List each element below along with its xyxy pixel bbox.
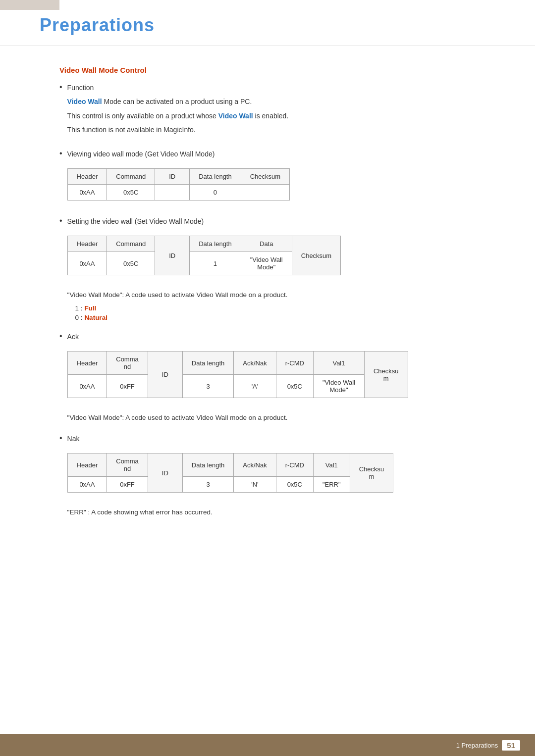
nak-th-id: ID (148, 454, 182, 493)
th-header-2: Header (67, 236, 107, 252)
section-title: Video Wall Mode Control (59, 66, 476, 74)
td-datalength-1: 0 (190, 184, 241, 200)
bullet-ack-content: Ack Header Command ID Data length Ack/Na… (67, 331, 476, 427)
th-header-1: Header (67, 168, 107, 184)
bullet-dot-4: • (59, 332, 62, 341)
list-num-0: 0 : (75, 314, 85, 321)
video-wall-highlight-2: Video Wall (218, 112, 253, 120)
td-datalength-2: 1 (190, 252, 241, 275)
function-line2-suffix: is enabled. (255, 112, 289, 120)
footer-page-number: 51 (502, 740, 520, 751)
bullet-setting-content: Setting the video wall (Set Video Wall M… (67, 216, 476, 325)
setting-note: "Video Wall Mode": A code used to activa… (67, 290, 476, 301)
list-num-1: 1 : (75, 304, 85, 312)
nak-th-datalength: Data length (182, 454, 234, 477)
td-command-1: 0x5C (107, 184, 155, 200)
bullet-function-content: Function Video Wall Mode can be activate… (67, 82, 476, 139)
nak-td-datalength: 3 (182, 477, 234, 493)
bullet-setting: • Setting the video wall (Set Video Wall… (59, 216, 476, 325)
td-command-2: 0x5C (107, 252, 155, 275)
th-datalength-2: Data length (190, 236, 241, 252)
bullet-viewing-content: Viewing video wall mode (Get Video Wall … (67, 149, 476, 210)
bullet-dot-3: • (59, 216, 62, 225)
ack-th-val1: Val1 (313, 352, 364, 375)
nak-td-val1: "ERR" (313, 477, 350, 493)
th-id-2: ID (155, 236, 190, 275)
td-header-2: 0xAA (67, 252, 107, 275)
function-label: Function (67, 82, 476, 93)
nak-td-acknak: 'N' (234, 477, 276, 493)
table-ack: Header Command ID Data length Ack/Nak r-… (67, 351, 408, 398)
top-decoration (0, 0, 59, 10)
table-set-mode: Header Command ID Data length Data Check… (67, 236, 341, 275)
bullet-dot-1: • (59, 83, 62, 92)
nak-td-command: 0xFF (107, 477, 148, 493)
list-val-1: Full (84, 304, 96, 312)
bullet-ack: • Ack Header Command ID Data length Ack/… (59, 331, 476, 427)
td-header-1: 0xAA (67, 184, 107, 200)
function-line2-prefix: This control is only available on a prod… (67, 112, 218, 120)
bullet-nak-content: Nak Header Command ID Data length Ack/Na… (67, 433, 476, 522)
bullet-dot-2: • (59, 149, 62, 158)
list-item-0: 0 : Natural (75, 314, 476, 321)
bullet-function: • Function Video Wall Mode can be activa… (59, 82, 476, 139)
setting-label: Setting the video wall (Set Video Wall M… (67, 216, 476, 227)
ack-td-command: 0xFF (107, 375, 148, 398)
function-line2: This control is only available on a prod… (67, 110, 476, 121)
list-val-0: Natural (84, 314, 107, 321)
ack-th-command: Command (107, 352, 148, 375)
th-id-1: ID (155, 168, 190, 184)
table-nak: Header Command ID Data length Ack/Nak r-… (67, 453, 394, 493)
ack-td-rcmd: 0x5C (276, 375, 313, 398)
set-mode-table: Header Command ID Data length Data Check… (67, 236, 341, 275)
get-mode-table: Header Command ID Data length Checksum 0… (67, 168, 290, 201)
th-command-2: Command (107, 236, 155, 252)
list-item-1: 1 : Full (75, 304, 476, 312)
bullet-nak: • Nak Header Command ID Data length Ack/… (59, 433, 476, 522)
ack-th-rcmd: r-CMD (276, 352, 313, 375)
function-line1-suffix: Mode can be activated on a product using… (104, 98, 252, 105)
th-data-2: Data (241, 236, 292, 252)
ack-th-header: Header (67, 352, 107, 375)
bullet-dot-5: • (59, 434, 62, 443)
ack-th-acknak: Ack/Nak (234, 352, 276, 375)
main-content: Video Wall Mode Control • Function Video… (0, 66, 535, 522)
function-line3: This function is not available in MagicI… (67, 124, 476, 135)
ack-note: "Video Wall Mode": A code used to activa… (67, 412, 476, 423)
function-line1: Video Wall Mode can be activated on a pr… (67, 96, 476, 107)
ack-td-datalength: 3 (182, 375, 234, 398)
table-get-mode: Header Command ID Data length Checksum 0… (67, 168, 290, 201)
page-footer: 1 Preparations 51 (0, 734, 535, 756)
ack-th-checksum: Checksum (364, 352, 408, 398)
ack-th-id: ID (148, 352, 182, 398)
th-datalength-1: Data length (190, 168, 241, 184)
nak-td-header: 0xAA (67, 477, 107, 493)
nak-th-checksum: Checksum (350, 454, 393, 493)
td-id-1 (155, 184, 190, 200)
section-block: Video Wall Mode Control • Function Video… (59, 66, 476, 522)
ack-td-val1: "Video WallMode" (313, 375, 364, 398)
nak-table: Header Command ID Data length Ack/Nak r-… (67, 453, 394, 493)
number-list: 1 : Full 0 : Natural (75, 304, 476, 321)
page-title: Preparations (40, 15, 495, 36)
nak-note: "ERR" : A code showing what error has oc… (67, 507, 476, 518)
viewing-label: Viewing video wall mode (Get Video Wall … (67, 149, 476, 159)
nak-th-command: Command (107, 454, 148, 477)
nak-th-val1: Val1 (313, 454, 350, 477)
nak-th-rcmd: r-CMD (276, 454, 313, 477)
page-header: Preparations (0, 0, 535, 46)
th-checksum-1: Checksum (241, 168, 289, 184)
nak-th-header: Header (67, 454, 107, 477)
bullet-viewing: • Viewing video wall mode (Get Video Wal… (59, 149, 476, 210)
ack-table: Header Command ID Data length Ack/Nak r-… (67, 351, 408, 398)
nak-label: Nak (67, 433, 476, 444)
video-wall-highlight-1: Video Wall (67, 98, 102, 105)
nak-th-acknak: Ack/Nak (234, 454, 276, 477)
td-checksum-1 (241, 184, 289, 200)
th-command-1: Command (107, 168, 155, 184)
footer-label: 1 Preparations (456, 742, 498, 749)
ack-td-acknak: 'A' (234, 375, 276, 398)
nak-td-rcmd: 0x5C (276, 477, 313, 493)
td-data-2: "Video WallMode" (241, 252, 292, 275)
ack-td-header: 0xAA (67, 375, 107, 398)
